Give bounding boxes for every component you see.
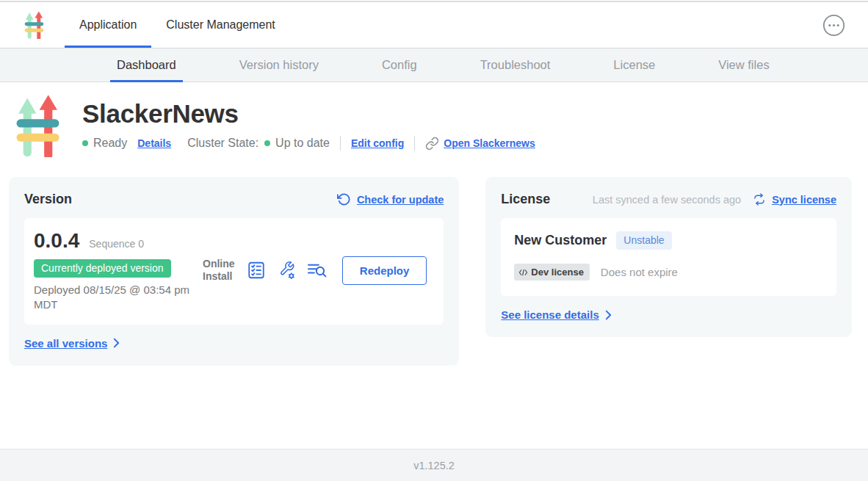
app-ready-status-dot — [82, 140, 88, 146]
version-sequence: Sequence 0 — [89, 238, 144, 250]
console-version: v1.125.2 — [413, 460, 455, 471]
tab-application[interactable]: Application — [65, 2, 151, 48]
console-footer: v1.125.2 — [0, 449, 868, 481]
cluster-state-value: Up to date — [275, 137, 330, 150]
current-version-panel: 0.0.4 Sequence 0 Currently deployed vers… — [24, 218, 444, 325]
status-details-link[interactable]: Details — [137, 137, 171, 149]
edit-config-link[interactable]: Edit config — [351, 137, 404, 149]
code-icon — [518, 269, 528, 276]
customer-name: New Customer — [514, 233, 607, 248]
app-subnav: Dashboard Version history Config Trouble… — [0, 48, 868, 82]
app-hero: SlackerNews Ready Details Cluster State:… — [0, 82, 868, 157]
overflow-menu-button[interactable] — [822, 13, 846, 37]
checklist-icon — [247, 261, 266, 280]
logs-search-icon — [307, 261, 328, 279]
header-tabs: Application Cluster Management — [65, 2, 290, 48]
tab-cluster-management[interactable]: Cluster Management — [151, 2, 290, 48]
subnav-view-files[interactable]: View files — [712, 48, 775, 82]
app-header: Application Cluster Management — [0, 2, 868, 48]
license-type-label: Dev license — [531, 267, 584, 278]
license-card-title: License — [501, 192, 550, 207]
open-app-link-group[interactable]: Open Slackernews — [425, 137, 535, 151]
check-for-update-link[interactable]: Check for update — [357, 194, 444, 206]
subnav-version-history[interactable]: Version history — [233, 48, 325, 82]
open-slackernews-link[interactable]: Open Slackernews — [444, 137, 535, 149]
see-license-details-group[interactable]: See license details — [501, 308, 836, 321]
license-card: License Last synced a few seconds ago Sy… — [485, 177, 852, 337]
slackernews-logo-large-icon — [15, 94, 60, 157]
cluster-state-dot — [264, 140, 270, 146]
see-all-versions-link[interactable]: See all versions — [24, 337, 107, 350]
edit-config-button[interactable] — [277, 261, 296, 280]
ellipsis-circle-icon — [822, 14, 845, 37]
view-logs-button[interactable] — [307, 261, 328, 279]
page-title: SlackerNews — [82, 99, 535, 129]
sync-license-group[interactable]: Sync license — [753, 193, 836, 206]
chevron-right-icon — [113, 338, 120, 348]
chevron-right-icon — [605, 310, 612, 320]
see-license-details-link[interactable]: See license details — [501, 308, 598, 321]
sync-arrows-icon — [753, 193, 766, 206]
see-all-versions-group[interactable]: See all versions — [24, 337, 444, 350]
license-panel: New Customer Unstable Dev license Does n… — [501, 218, 836, 296]
version-card-title: Version — [24, 192, 72, 207]
subnav-config[interactable]: Config — [375, 48, 424, 82]
sync-license-link[interactable]: Sync license — [772, 194, 836, 206]
version-number: 0.0.4 — [34, 229, 79, 253]
status-divider — [340, 136, 341, 151]
wrench-gear-icon — [277, 261, 296, 280]
app-status-row: Ready Details Cluster State: Up to date … — [82, 136, 535, 151]
check-for-update-group[interactable]: Check for update — [337, 192, 444, 206]
slackernews-logo-icon — [24, 11, 44, 39]
subnav-dashboard[interactable]: Dashboard — [110, 48, 183, 82]
cluster-state-label: Cluster State: — [187, 137, 258, 150]
redeploy-button[interactable]: Redeploy — [342, 256, 427, 285]
last-synced-label: Last synced a few seconds ago — [593, 194, 741, 206]
dashboard-cards: Version Check for update 0.0.4 Sequence … — [0, 157, 868, 366]
subnav-troubleshoot[interactable]: Troubleshoot — [474, 48, 557, 82]
deployed-timestamp: Deployed 08/15/25 @ 03:54 pm MDT — [34, 283, 199, 312]
preflight-checks-button[interactable] — [247, 261, 266, 280]
status-divider — [414, 136, 415, 151]
install-type-label: Online Install — [203, 258, 236, 283]
version-card: Version Check for update 0.0.4 Sequence … — [9, 177, 459, 366]
app-ready-status-label: Ready — [93, 137, 127, 150]
link-icon — [425, 137, 439, 151]
license-type-badge: Dev license — [514, 264, 590, 281]
license-expiration: Does not expire — [601, 266, 678, 278]
refresh-icon — [337, 192, 351, 206]
channel-badge: Unstable — [616, 231, 671, 250]
dashboard-main: SlackerNews Ready Details Cluster State:… — [0, 82, 868, 366]
subnav-license[interactable]: License — [607, 48, 662, 82]
currently-deployed-badge: Currently deployed version — [34, 259, 171, 278]
